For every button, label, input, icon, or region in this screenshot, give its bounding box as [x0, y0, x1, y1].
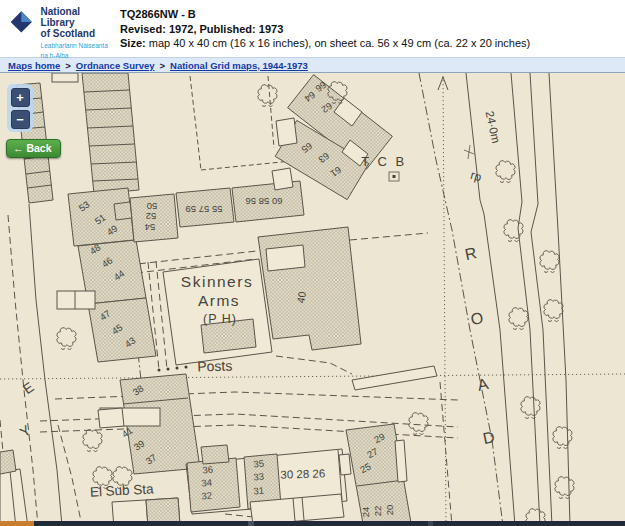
logo-name-line2: of Scotland [41, 28, 108, 39]
breadcrumb-link-ordnance-survey[interactable]: Ordnance Survey [76, 60, 155, 71]
zoom-control: + − [7, 84, 33, 132]
map-label-32: 32 [201, 490, 212, 502]
nls-logo: National Library of Scotland Leabharlann… [8, 6, 108, 60]
map-label-34: 34 [201, 477, 212, 489]
map-label-33: 33 [253, 471, 264, 483]
map-label-40: 40 [294, 290, 308, 304]
map-label-30-28-26: 30 28 26 [280, 467, 325, 481]
sheet-size: Size: map 40 x 40 cm (16 x 16 inches), o… [120, 36, 530, 51]
map-label-55-57-59: 55 57 59 [186, 204, 223, 215]
back-button[interactable]: ← Back [6, 139, 61, 158]
map-label-52: 52 [146, 211, 157, 222]
map-label-skinners: Skinners [181, 273, 253, 290]
logo-name-line1: National Library [41, 6, 108, 28]
sheet-info: TQ2866NW - B Revised: 1972, Published: 1… [120, 6, 530, 51]
map-label-arms: Arms [198, 292, 240, 309]
map-label-t-c-b: T C B [361, 154, 407, 169]
map-viewer-page: National Library of Scotland Leabharlann… [0, 0, 625, 526]
zoom-in-button[interactable]: + [11, 88, 30, 107]
map-label-36: 36 [202, 464, 213, 476]
map-label-24: 24 [360, 507, 371, 518]
bottom-strip [0, 521, 625, 526]
map-label-50: 50 [147, 201, 158, 212]
sheet-size-value: map 40 x 40 cm (16 x 16 inches), on shee… [146, 37, 531, 49]
map-label-20: 20 [384, 505, 395, 516]
nls-logo-text: National Library of Scotland Leabharlann… [41, 6, 108, 60]
map-label-60-58-56: 60 58 56 [246, 196, 283, 207]
breadcrumb: Maps home > Ordnance Survey > National G… [0, 57, 625, 73]
breadcrumb-separator: > [65, 60, 71, 71]
header: National Library of Scotland Leabharlann… [0, 0, 625, 57]
map-label-54: 54 [145, 222, 156, 233]
breadcrumb-link-maps-home[interactable]: Maps home [8, 60, 60, 71]
nls-logo-icon [8, 6, 35, 36]
sheet-dates: Revised: 1972, Published: 1973 [120, 22, 530, 37]
map-label-31: 31 [253, 485, 264, 497]
map-canvas[interactable]: SkinnersArms(P H)PostsEl Sub StaT C B24·… [0, 73, 625, 526]
map-label-22: 22 [372, 506, 383, 517]
map-label--p-h-: (P H) [203, 312, 237, 326]
breadcrumb-link-national-grid-maps[interactable]: National Grid maps, 1944-1973 [170, 60, 308, 71]
sheet-size-label: Size: [120, 37, 146, 49]
map-label-35: 35 [253, 458, 264, 470]
breadcrumb-separator: > [160, 60, 166, 71]
map-label-posts: Posts [197, 357, 233, 374]
sheet-title: TQ2866NW - B [120, 7, 530, 22]
zoom-out-button[interactable]: − [11, 110, 30, 129]
map-area: SkinnersArms(P H)PostsEl Sub StaT C B24·… [0, 73, 625, 526]
logo-gaelic-line1: Leabharlann Nàiseanta [41, 42, 108, 50]
